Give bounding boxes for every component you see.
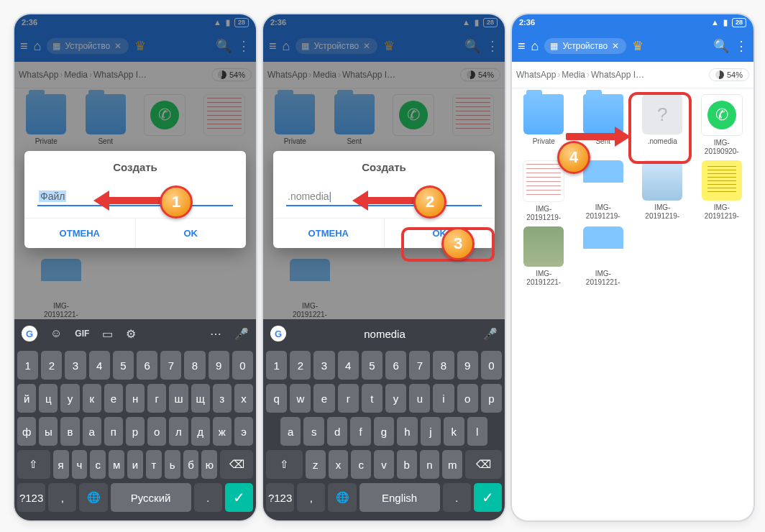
key-7[interactable]: 7 (409, 351, 430, 380)
key-k[interactable]: k (444, 417, 464, 446)
key-ы[interactable]: ы (39, 417, 58, 446)
crumb[interactable]: Media (562, 70, 585, 80)
backspace-key[interactable]: ⌫ (220, 450, 253, 479)
key-ю[interactable]: ю (201, 450, 217, 479)
sticker-icon[interactable]: ☺ (50, 327, 62, 340)
key-g[interactable]: g (374, 417, 394, 446)
overflow-icon[interactable]: ⋮ (486, 38, 499, 54)
close-icon[interactable]: ✕ (114, 41, 122, 51)
key-ч[interactable]: ч (72, 450, 88, 479)
folder-sent[interactable]: Sent (78, 94, 134, 147)
location-chip[interactable]: ▦ Устройство ✕ (296, 38, 377, 54)
key-h[interactable]: h (397, 417, 417, 446)
key-х[interactable]: х (234, 384, 253, 413)
key-m[interactable]: m (442, 450, 462, 479)
key-0[interactable]: 0 (481, 351, 502, 380)
emoji-key[interactable]: , (48, 483, 76, 512)
crumb[interactable]: WhatsApp (516, 70, 556, 80)
key-e[interactable]: e (313, 384, 334, 413)
symbols-key[interactable]: ?123 (266, 483, 294, 512)
clipboard-icon[interactable]: ▭ (102, 327, 113, 341)
crumb-3[interactable]: WhatsApp I… (93, 70, 147, 80)
key-6[interactable]: 6 (137, 351, 157, 380)
search-icon[interactable]: 🔍 (713, 38, 729, 54)
storage-pill[interactable]: 54% (211, 68, 252, 81)
key-w[interactable]: w (290, 384, 311, 413)
key-щ[interactable]: щ (191, 384, 210, 413)
key-z[interactable]: z (306, 450, 326, 479)
shift-key[interactable]: ⇧ (266, 450, 303, 479)
space-key[interactable]: English (359, 483, 440, 512)
key-й[interactable]: й (17, 384, 36, 413)
crumb-2[interactable]: Media (64, 70, 88, 80)
key-2[interactable]: 2 (290, 351, 311, 380)
more-icon[interactable]: ⋯ (210, 327, 221, 341)
crumb-1[interactable]: WhatsApp (19, 70, 58, 80)
key-9[interactable]: 9 (209, 351, 229, 380)
key-p[interactable]: p (481, 384, 502, 413)
file-img[interactable]: IMG-20191219- (695, 160, 750, 222)
key-q[interactable]: q (266, 384, 287, 413)
key-5[interactable]: 5 (113, 351, 134, 380)
dot-key[interactable]: . (194, 483, 222, 512)
key-г[interactable]: г (147, 384, 166, 413)
key-o[interactable]: o (457, 384, 478, 413)
key-р[interactable]: р (126, 417, 145, 446)
enter-key[interactable]: ✓ (474, 483, 502, 512)
key-2[interactable]: 2 (41, 351, 62, 380)
keyboard[interactable]: G ☺ GIF ▭ ⚙ ⋯ 🎤 1234567890 йцукенгшщзх ф… (14, 319, 256, 520)
home-icon[interactable]: ⌂ (531, 39, 539, 54)
key-к[interactable]: к (83, 384, 101, 413)
key-v[interactable]: v (374, 450, 394, 479)
key-ш[interactable]: ш (169, 384, 188, 413)
file-img[interactable]: IMG-20191219- (635, 160, 690, 222)
file-img[interactable]: ✆IMG-20190920- (695, 94, 750, 156)
key-ь[interactable]: ь (165, 450, 180, 479)
keyboard[interactable]: G nomedia 🎤 1234567890 qwertyuiop asdfgh… (263, 319, 505, 520)
key-я[interactable]: я (53, 450, 69, 479)
key-с[interactable]: с (90, 450, 106, 479)
key-y[interactable]: y (385, 384, 406, 413)
key-x[interactable]: x (329, 450, 349, 479)
key-t[interactable]: t (362, 384, 382, 413)
key-ж[interactable]: ж (213, 417, 232, 446)
key-s[interactable]: s (303, 417, 324, 446)
key-d[interactable]: d (327, 417, 347, 446)
key-1[interactable]: 1 (17, 351, 38, 380)
key-ф[interactable]: ф (17, 417, 36, 446)
key-4[interactable]: 4 (338, 351, 359, 380)
home-icon[interactable]: ⌂ (283, 39, 290, 54)
storage-pill[interactable]: 54% (709, 68, 749, 81)
emoji-key[interactable]: , (297, 483, 325, 512)
crown-icon[interactable]: ♛ (632, 38, 643, 54)
search-icon[interactable]: 🔍 (216, 38, 232, 54)
cancel-button[interactable]: ОТМЕНА (273, 219, 384, 248)
cancel-button[interactable]: ОТМЕНА (24, 219, 135, 248)
lang-key[interactable]: 🌐 (328, 483, 356, 512)
key-м[interactable]: м (109, 450, 124, 479)
file-img[interactable]: IMG-20191221- (516, 226, 572, 287)
file-whatsapp[interactable]: ✆ (137, 94, 193, 147)
mic-icon[interactable]: 🎤 (483, 327, 498, 341)
key-8[interactable]: 8 (184, 351, 205, 380)
search-icon[interactable]: 🔍 (464, 38, 480, 54)
enter-key[interactable]: ✓ (225, 483, 253, 512)
key-u[interactable]: u (409, 384, 430, 413)
key-a[interactable]: a (280, 417, 301, 446)
folder-private[interactable]: Private (19, 94, 74, 147)
location-chip[interactable]: ▦ Устройство ✕ (47, 38, 129, 54)
key-в[interactable]: в (60, 417, 79, 446)
key-5[interactable]: 5 (362, 351, 382, 380)
google-icon[interactable]: G (22, 326, 37, 341)
key-н[interactable]: н (126, 384, 145, 413)
key-а[interactable]: а (83, 417, 101, 446)
dot-key[interactable]: . (443, 483, 471, 512)
key-l[interactable]: l (467, 417, 487, 446)
menu-icon[interactable]: ≡ (518, 39, 526, 54)
key-3[interactable]: 3 (313, 351, 334, 380)
key-i[interactable]: i (433, 384, 454, 413)
key-0[interactable]: 0 (232, 351, 253, 380)
menu-icon[interactable]: ≡ (20, 39, 28, 54)
backspace-key[interactable]: ⌫ (465, 450, 502, 479)
key-c[interactable]: c (351, 450, 371, 479)
